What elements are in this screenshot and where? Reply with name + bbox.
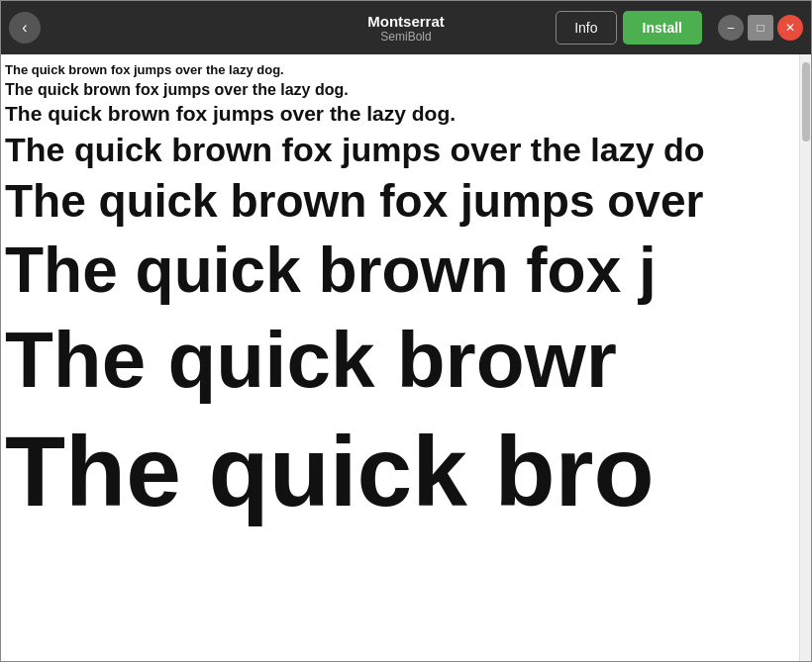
install-button[interactable]: Install	[623, 11, 702, 45]
titlebar: ‹ Montserrat SemiBold Info Install – □ ✕	[1, 1, 811, 54]
preview-line-8: The quick bro	[5, 412, 795, 530]
close-button[interactable]: ✕	[777, 15, 803, 41]
preview-line-1: The quick brown fox jumps over the lazy …	[5, 62, 795, 78]
font-info: Montserrat SemiBold	[367, 13, 445, 44]
preview-line-7: The quick browr	[5, 313, 795, 408]
titlebar-actions: Info Install – □ ✕	[556, 11, 803, 45]
back-button[interactable]: ‹	[9, 12, 41, 44]
font-name-label: Montserrat	[367, 13, 445, 30]
minimize-button[interactable]: –	[718, 15, 744, 41]
preview-line-3: The quick brown fox jumps over the lazy …	[5, 101, 795, 126]
preview-line-4: The quick brown fox jumps over the lazy …	[5, 130, 795, 170]
preview-line-6: The quick brown fox j	[5, 233, 795, 309]
info-button[interactable]: Info	[556, 11, 616, 45]
font-variant-label: SemiBold	[367, 30, 445, 44]
scrollbar[interactable]	[799, 54, 811, 661]
font-preview-window: ‹ Montserrat SemiBold Info Install – □ ✕…	[0, 0, 812, 662]
preview-line-2: The quick brown fox jumps over the lazy …	[5, 80, 795, 99]
back-icon: ‹	[22, 19, 27, 37]
scrollbar-thumb[interactable]	[802, 62, 810, 142]
maximize-button[interactable]: □	[748, 15, 773, 41]
preview-line-5: The quick brown fox jumps over	[5, 174, 795, 229]
window-controls: – □ ✕	[718, 15, 803, 41]
font-preview-area: The quick brown fox jumps over the lazy …	[1, 54, 799, 661]
content-area: The quick brown fox jumps over the lazy …	[1, 54, 811, 661]
